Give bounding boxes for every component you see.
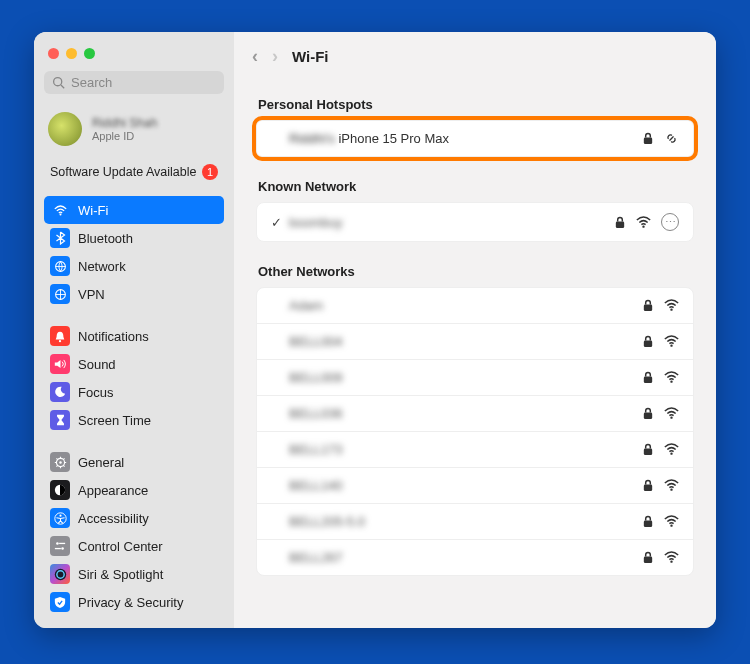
svg-rect-28 — [644, 449, 652, 456]
sidebar-item-label: Focus — [78, 385, 113, 400]
network-status-icons — [642, 551, 679, 564]
svg-point-25 — [670, 381, 672, 383]
network-name: BELL004 — [289, 334, 642, 349]
other-card: AdamBELL004BELL009BELL036BELL173BELL140B… — [256, 287, 694, 576]
close-window[interactable] — [48, 48, 59, 59]
network-row[interactable]: BELL205-5.0 — [257, 503, 693, 539]
svg-point-5 — [59, 340, 61, 342]
network-row[interactable]: BELL009 — [257, 359, 693, 395]
svg-point-0 — [54, 78, 62, 86]
network-row[interactable]: BELL004 — [257, 323, 693, 359]
titlebar: ‹ › Wi-Fi — [234, 32, 716, 81]
sidebar-item-label: VPN — [78, 287, 105, 302]
sidebar-item-label: Screen Time — [78, 413, 151, 428]
svg-point-23 — [670, 345, 672, 347]
window-controls — [44, 44, 224, 71]
sidebar-item-label: General — [78, 455, 124, 470]
lock-icon — [642, 479, 654, 492]
sidebar-item-siri[interactable]: Siri & Spotlight — [44, 560, 224, 588]
hotspots-card: Riddhi's iPhone 15 Pro Max — [256, 120, 694, 157]
wifi-icon — [664, 371, 679, 384]
network-status-icons — [642, 299, 679, 312]
network-status-icons — [642, 515, 679, 528]
sidebar-item-appearance[interactable]: Appearance — [44, 476, 224, 504]
section-header-hotspots: Personal Hotspots — [258, 97, 694, 112]
back-button[interactable]: ‹ — [252, 46, 258, 67]
sidebar-item-focus[interactable]: Focus — [44, 378, 224, 406]
section-header-other: Other Networks — [258, 264, 694, 279]
svg-rect-18 — [616, 221, 624, 228]
network-row[interactable]: BELL140 — [257, 467, 693, 503]
sidebar-item-network[interactable]: Network — [44, 252, 224, 280]
search-field[interactable]: Search — [44, 71, 224, 94]
network-row[interactable]: BELL036 — [257, 395, 693, 431]
svg-point-7 — [59, 461, 61, 463]
svg-point-10 — [59, 514, 61, 516]
network-row[interactable]: BELL267 — [257, 539, 693, 575]
lock-icon — [642, 551, 654, 564]
sidebar-item-label: Appearance — [78, 483, 148, 498]
network-status-icons — [642, 407, 679, 420]
controlcenter-icon — [50, 536, 70, 556]
sidebar-item-vpn[interactable]: VPN — [44, 280, 224, 308]
network-name: BELL036 — [289, 406, 642, 421]
network-row[interactable]: BELL173 — [257, 431, 693, 467]
network-row[interactable]: Riddhi's iPhone 15 Pro Max — [257, 121, 693, 156]
sidebar-item-wifi[interactable]: Wi-Fi — [44, 196, 224, 224]
lock-icon — [642, 132, 654, 145]
sidebar-item-label: Control Center — [78, 539, 163, 554]
sidebar-item-label: Accessibility — [78, 511, 149, 526]
sidebar-item-bluetooth[interactable]: Bluetooth — [44, 224, 224, 252]
sidebar-item-controlcenter[interactable]: Control Center — [44, 532, 224, 560]
lock-icon — [642, 299, 654, 312]
sidebar-item-general[interactable]: General — [44, 448, 224, 476]
search-icon — [52, 76, 65, 89]
minimize-window[interactable] — [66, 48, 77, 59]
svg-point-35 — [670, 561, 672, 563]
sidebar-item-label: Siri & Spotlight — [78, 567, 163, 582]
account-name: Riddhi Shah — [92, 116, 157, 130]
settings-window: Search Riddhi Shah Apple ID Software Upd… — [34, 32, 716, 628]
main-panel: ‹ › Wi-Fi Personal Hotspots Riddhi's iPh… — [234, 32, 716, 628]
bluetooth-icon — [50, 228, 70, 248]
sidebar-item-sound[interactable]: Sound — [44, 350, 224, 378]
maximize-window[interactable] — [84, 48, 95, 59]
lock-icon — [642, 371, 654, 384]
notifications-icon — [50, 326, 70, 346]
network-status-icons — [642, 335, 679, 348]
sidebar-item-screentime[interactable]: Screen Time — [44, 406, 224, 434]
svg-rect-26 — [644, 413, 652, 420]
network-row[interactable]: Adam — [257, 288, 693, 323]
lock-icon — [642, 443, 654, 456]
content: Personal Hotspots Riddhi's iPhone 15 Pro… — [234, 81, 716, 586]
network-status-icons — [642, 131, 679, 146]
account-row[interactable]: Riddhi Shah Apple ID — [44, 108, 224, 158]
svg-point-29 — [670, 453, 672, 455]
sidebar-item-label: Notifications — [78, 329, 149, 344]
account-sub: Apple ID — [92, 130, 157, 142]
forward-button[interactable]: › — [272, 46, 278, 67]
sidebar-item-notifications[interactable]: Notifications — [44, 322, 224, 350]
sidebar: Search Riddhi Shah Apple ID Software Upd… — [34, 32, 234, 628]
network-name: Adam — [289, 298, 642, 313]
sidebar-item-privacy[interactable]: Privacy & Security — [44, 588, 224, 616]
checkmark-icon: ✓ — [271, 215, 289, 230]
privacy-icon — [50, 592, 70, 612]
network-name: BELL205-5.0 — [289, 514, 642, 529]
svg-point-21 — [670, 309, 672, 311]
svg-rect-30 — [644, 485, 652, 492]
sidebar-item-label: Sound — [78, 357, 116, 372]
svg-point-33 — [670, 525, 672, 527]
focus-icon — [50, 382, 70, 402]
network-name: BELL140 — [289, 478, 642, 493]
svg-point-13 — [61, 547, 64, 550]
sound-icon — [50, 354, 70, 374]
appearance-icon — [50, 480, 70, 500]
known-card: ✓boombuy⋯ — [256, 202, 694, 242]
more-button[interactable]: ⋯ — [661, 213, 679, 231]
wifi-icon — [636, 216, 651, 229]
network-row[interactable]: ✓boombuy⋯ — [257, 203, 693, 241]
software-update-row[interactable]: Software Update Available 1 — [44, 158, 224, 186]
sidebar-item-accessibility[interactable]: Accessibility — [44, 504, 224, 532]
svg-point-31 — [670, 489, 672, 491]
